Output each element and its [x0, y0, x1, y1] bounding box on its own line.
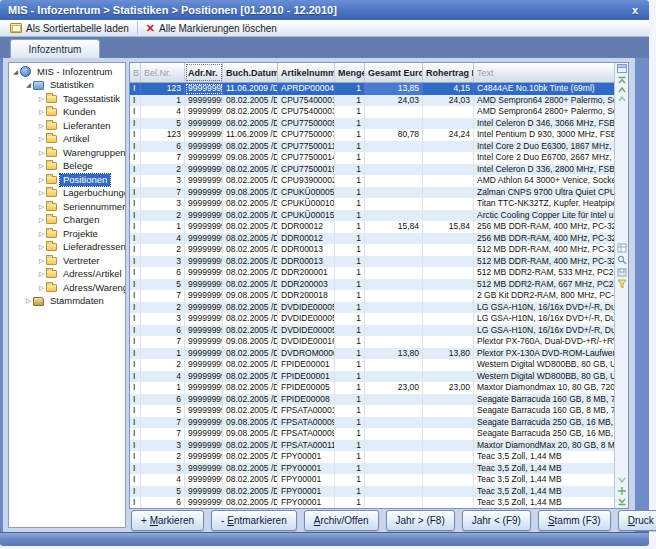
jahr-f8-button[interactable]: Jahr > (F8)	[386, 510, 455, 531]
table-row[interactable]: I59999999908.02.2005 /DiDDR2000031512 MB…	[130, 279, 614, 291]
table-row[interactable]: I49999999908.02.2005 /DiFPY000011Teac 3,…	[130, 474, 614, 486]
tree-item-lieferadressen[interactable]: ▷Lieferadressen	[9, 241, 125, 255]
table-row[interactable]: I69999999908.02.2005 /DiDDR2000011512 MB…	[130, 267, 614, 279]
close-icon[interactable]: x	[629, 5, 641, 16]
filter-icon[interactable]	[617, 279, 627, 289]
scroll-to-end-icon[interactable]	[617, 498, 627, 506]
table-row[interactable]: I79999999909.08.2005 /DiDVDIDE000161Plex…	[130, 336, 614, 348]
expand-arrow-icon[interactable]: ▷	[37, 150, 46, 157]
column-header-bel-nr[interactable]: Bel.Nr.	[141, 63, 185, 82]
table-row[interactable]: I29999999908.02.2005 /DiFPY000011Teac 3,…	[130, 451, 614, 463]
table-row[interactable]: I29999999908.02.2005 /DiCPU775000191Inte…	[130, 164, 614, 176]
window-titlebar[interactable]: MIS - Infozentrum > Statistiken > Positi…	[0, 0, 649, 20]
table-row[interactable]: I29999999908.02.2005 /DiDVDIDE000051LG G…	[130, 302, 614, 314]
export-icon[interactable]	[617, 267, 627, 277]
table-row[interactable]: I19999999908.02.2005 /DiFPIDE00005123,00…	[130, 382, 614, 394]
stamm-f3-button[interactable]: Stamm (F3)	[538, 510, 611, 531]
jahr-f9-button[interactable]: Jahr < (F9)	[462, 510, 531, 531]
expand-arrow-icon[interactable]: ▷	[37, 217, 46, 224]
table-row[interactable]: I69999999908.02.2005 /DiDVDIDE000051LG G…	[130, 325, 614, 337]
table-row[interactable]: I79999999909.08.2005 /DiFPSATA000091Seag…	[130, 428, 614, 440]
expand-arrow-icon[interactable]: ▷	[37, 177, 46, 184]
table-row[interactable]: I39999999908.02.2005 /DiFPY000011Teac 3,…	[130, 463, 614, 475]
table-row[interactable]: I1239999999911.06.2009 /DoAPRDP00004113,…	[130, 83, 614, 95]
table-row[interactable]: I39999999908.02.2005 /DiDVDIDE000051LG G…	[130, 313, 614, 325]
table-row[interactable]: I1239999999911.06.2009 /DoCPU77500007180…	[130, 129, 614, 141]
expand-arrow-icon[interactable]: ▷	[37, 163, 46, 170]
tree-item-adress-artikel[interactable]: ▷Adress/Artikel	[9, 268, 125, 282]
table-row[interactable]: I79999999909.08.2005 /DiFPSATA000091Seag…	[130, 417, 614, 429]
add-row-icon[interactable]	[617, 486, 627, 496]
tree-item-lagerbuchungen[interactable]: ▷Lagerbuchungen	[9, 187, 125, 201]
table-row[interactable]: I59999999908.02.2005 /DiFPY000011Teac 3,…	[130, 486, 614, 498]
tree-item-statistiken[interactable]: ◢Statistiken	[9, 79, 125, 93]
load-sort-table-button[interactable]: Als Sortiertabelle laden	[4, 20, 135, 36]
table-row[interactable]: I39999999908.02.2005 /DiCPU939000021AMD …	[130, 175, 614, 187]
column-header-gesamt-euro[interactable]: Gesamt Euro	[365, 63, 423, 82]
expand-arrow-icon[interactable]: ▷	[37, 190, 46, 197]
table-row[interactable]: I29999999908.02.2005 /DiDDR000131512 MB …	[130, 244, 614, 256]
table-row[interactable]: I19999999908.02.2005 /DiDDR00012115,8415…	[130, 221, 614, 233]
expand-arrow-icon[interactable]: ▷	[37, 258, 46, 265]
tab-infozentrum[interactable]: Infozentrum	[10, 39, 100, 58]
markieren-button[interactable]: + Markieren	[131, 510, 204, 531]
expand-arrow-icon[interactable]: ▷	[37, 244, 46, 251]
table-row[interactable]: I49999999908.02.2005 /DiCPU754000031AMD …	[130, 106, 614, 118]
scroll-up-icon[interactable]	[617, 86, 627, 93]
expand-arrow-icon[interactable]: ▷	[37, 271, 46, 278]
table-row[interactable]: I29999999908.02.2005 /DiFPIDE000011Weste…	[130, 359, 614, 371]
table-row[interactable]: I19999999908.02.2005 /DiCPU75400001124,0…	[130, 95, 614, 107]
column-header-artikelnummer[interactable]: Artikelnummer	[278, 63, 335, 82]
expand-arrow-icon[interactable]: ▷	[37, 285, 46, 292]
druck-f4-button[interactable]: Druck (F4)	[618, 510, 656, 531]
expand-arrow-icon[interactable]: ▷	[37, 96, 46, 103]
table-row[interactable]: I39999999908.02.2005 /DiCPUKÜ000101Titan…	[130, 198, 614, 210]
table-row[interactable]: I19999999908.02.2005 /DiDVDROM00001113,8…	[130, 348, 614, 360]
column-header-menge[interactable]: Menge	[335, 63, 365, 82]
table-row[interactable]: I49999999908.02.2005 /DiDDR000121256 MB …	[130, 233, 614, 245]
table-row[interactable]: I79999999909.08.2005 /DiDDR20001812 GB K…	[130, 290, 614, 302]
tree-item-projekte[interactable]: ▷Projekte	[9, 227, 125, 241]
tree-item-adress-warengruppen[interactable]: ▷Adress/Warengruppen	[9, 281, 125, 295]
expand-arrow-icon[interactable]: ▷	[37, 123, 46, 130]
expand-arrow-icon[interactable]: ▷	[24, 298, 33, 305]
table-row[interactable]: I79999999909.08.2005 /DiCPUKÜ000051Zalma…	[130, 187, 614, 199]
tree-item-mis-infozentrum[interactable]: ◢MIS - Infozentrum	[9, 65, 125, 79]
grid-view-icon[interactable]	[617, 243, 627, 253]
tree-item-artikel[interactable]: ▷Artikel	[9, 133, 125, 147]
table-row[interactable]: I59999999908.02.2005 /DiCPU775000051Inte…	[130, 118, 614, 130]
tree-item-positionen[interactable]: ▷Positionen	[9, 173, 125, 187]
column-chooser-icon[interactable]	[617, 64, 627, 73]
expand-arrow-icon[interactable]: ▷	[37, 231, 46, 238]
search-icon[interactable]	[617, 255, 627, 265]
tree-item-stammdaten[interactable]: ▷Stammdaten	[9, 295, 125, 309]
table-row[interactable]: I69999999908.02.2005 /DiFPY000011Teac 3,…	[130, 497, 614, 508]
tree-item-seriennummern[interactable]: ▷Seriennummern	[9, 200, 125, 214]
expand-arrow-icon[interactable]: ▷	[37, 109, 46, 116]
column-header-adr-nr[interactable]: Adr.Nr.	[185, 63, 223, 82]
table-row[interactable]: I49999999908.02.2005 /DiFPIDE000011Weste…	[130, 371, 614, 383]
tree-item-warengruppen[interactable]: ▷Warengruppen	[9, 146, 125, 160]
table-row[interactable]: I59999999908.02.2005 /DiFPSATA000011Seag…	[130, 405, 614, 417]
collapse-arrow-icon[interactable]: ◢	[11, 69, 20, 76]
table-row[interactable]: I69999999908.02.2005 /DiCPU775000111Inte…	[130, 141, 614, 153]
table-row[interactable]: I29999999908.02.2005 /DiCPUKÜ000151Arcti…	[130, 210, 614, 222]
tree-item-lieferanten[interactable]: ▷Lieferanten	[9, 119, 125, 133]
expand-arrow-icon[interactable]: ▷	[37, 136, 46, 143]
scroll-to-top-icon[interactable]	[617, 76, 627, 84]
table-row[interactable]: I79999999909.08.2005 /DiCPU775000141Inte…	[130, 152, 614, 164]
tree-item-chargen[interactable]: ▷Chargen	[9, 214, 125, 228]
table-row[interactable]: I39999999908.02.2005 /DiFPSATA000111Maxt…	[130, 440, 614, 452]
table-row[interactable]: I39999999908.02.2005 /DiDDR000131512 MB …	[130, 256, 614, 268]
page-up-icon[interactable]	[617, 95, 627, 102]
expand-arrow-icon[interactable]: ▷	[37, 204, 46, 211]
tree-item-kunden[interactable]: ▷Kunden	[9, 106, 125, 120]
tree-item-vertreter[interactable]: ▷Vertreter	[9, 254, 125, 268]
clear-marks-button[interactable]: ✕ Alle Markierungen löschen	[140, 20, 283, 36]
archiv-offen-button[interactable]: Archiv/Offen	[304, 510, 379, 531]
entmarkieren-button[interactable]: - Entmarkieren	[211, 510, 297, 531]
column-header-b[interactable]: B	[130, 63, 141, 82]
table-row[interactable]: I69999999908.02.2005 /DiFPIDE000081Seaga…	[130, 394, 614, 406]
grid-scrollbar-rail[interactable]	[614, 63, 628, 508]
column-header-text[interactable]: Text	[474, 63, 614, 82]
